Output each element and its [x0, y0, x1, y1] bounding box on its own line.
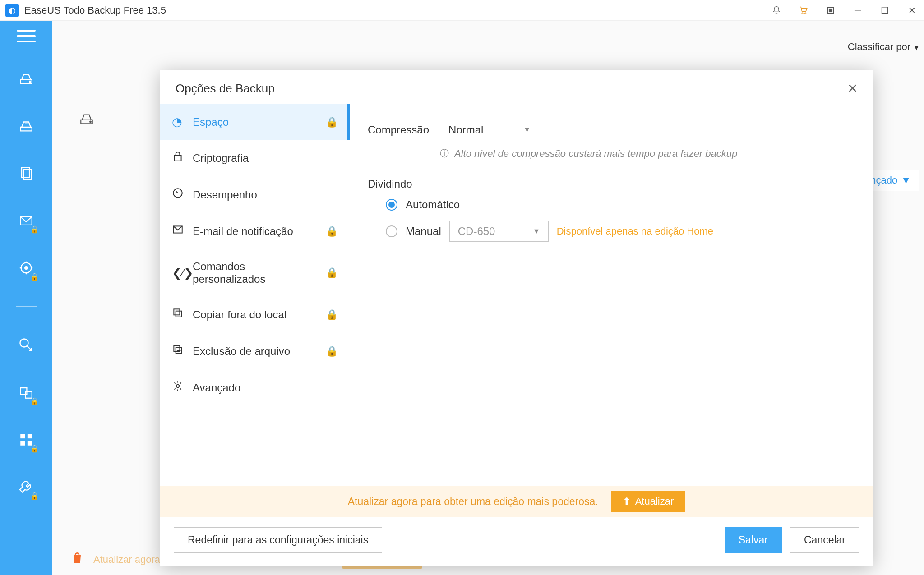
lock-icon: 🔒	[326, 267, 338, 279]
close-button[interactable]: ✕	[905, 5, 919, 16]
bag-icon	[70, 551, 84, 569]
compression-label: Compressão	[368, 124, 429, 136]
lock-icon: 🔒	[30, 397, 39, 405]
close-dialog-button[interactable]: ✕	[847, 81, 858, 96]
clone-icon[interactable]	[15, 334, 37, 356]
option-email[interactable]: E-mail de notificação 🔒	[160, 213, 350, 249]
log-icon[interactable]	[824, 6, 837, 15]
exclude-icon	[172, 344, 185, 359]
svg-point-8	[25, 267, 28, 269]
copy-icon	[172, 307, 185, 322]
main-area: Classificar por▼ Avançado▼ Atualizar ago…	[52, 21, 924, 575]
sort-dropdown[interactable]: Classificar por▼	[848, 41, 919, 53]
upgrade-text: Atualizar agora para obter uma edição ma…	[348, 496, 598, 508]
svg-point-0	[802, 13, 803, 14]
options-content: Compressão Normal ▼ ⓘ Alto nível de comp…	[350, 104, 873, 486]
home-edition-note: Disponível apenas na edição Home	[557, 225, 713, 237]
bell-icon[interactable]	[770, 6, 783, 15]
tools-icon[interactable]: 🔒	[15, 428, 37, 451]
smart-backup-icon[interactable]: 🔒	[15, 257, 37, 279]
info-icon: ⓘ	[440, 147, 449, 160]
svg-rect-3	[829, 9, 832, 12]
radio-manual[interactable]	[386, 225, 397, 237]
svg-rect-12	[20, 434, 25, 438]
lock-outline-icon	[172, 151, 185, 166]
radio-manual-label: Manual	[406, 225, 441, 238]
system-backup-icon[interactable]	[15, 115, 37, 137]
transfer-icon[interactable]: 🔒	[15, 381, 37, 404]
lock-icon: 🔒	[30, 444, 39, 453]
settings-icon[interactable]: 🔒	[15, 476, 37, 498]
option-performance[interactable]: Desempenho	[160, 176, 350, 213]
main-sidebar: 🔒 🔒 🔒 🔒 🔒	[0, 21, 52, 575]
svg-rect-14	[20, 441, 25, 446]
upload-icon: ⬆	[623, 496, 631, 507]
option-exclude[interactable]: Exclusão de arquivo 🔒	[160, 333, 350, 369]
svg-point-16	[90, 121, 91, 123]
svg-rect-13	[27, 434, 32, 438]
option-offsite[interactable]: Copiar fora do local 🔒	[160, 296, 350, 333]
chevron-down-icon: ▼	[913, 44, 919, 51]
disk-backup-icon[interactable]	[15, 67, 37, 90]
minimize-button[interactable]: ─	[851, 5, 864, 15]
menu-icon[interactable]	[17, 30, 36, 42]
app-logo-icon: ◐	[5, 4, 19, 17]
chevron-down-icon: ▼	[533, 227, 540, 235]
lock-icon: 🔒	[30, 225, 39, 234]
lock-icon: 🔒	[326, 345, 338, 357]
manual-size-select[interactable]: CD-650 ▼	[449, 221, 549, 242]
svg-rect-20	[174, 309, 180, 315]
app-title: EaseUS Todo Backup Free 13.5	[24, 5, 166, 16]
save-button[interactable]: Salvar	[725, 527, 782, 553]
svg-point-4	[29, 81, 31, 83]
mail-backup-icon[interactable]: 🔒	[15, 209, 37, 232]
lock-icon: 🔒	[326, 309, 338, 321]
gear-icon	[172, 380, 185, 395]
title-bar: ◐ EaseUS Todo Backup Free 13.5 ─ ☐ ✕	[0, 0, 924, 21]
radio-auto-label: Automático	[406, 198, 460, 211]
compression-select[interactable]: Normal ▼	[440, 120, 539, 140]
svg-rect-17	[174, 156, 181, 161]
options-sidebar: ◔ Espaço 🔒 Criptografia D	[160, 104, 350, 486]
svg-rect-21	[176, 311, 182, 317]
chevron-down-icon: ▼	[523, 126, 531, 134]
option-space[interactable]: ◔ Espaço 🔒	[160, 104, 350, 140]
chevron-down-icon: ▼	[901, 175, 911, 186]
cart-icon[interactable]	[797, 6, 810, 15]
svg-point-1	[805, 13, 806, 14]
maximize-button[interactable]: ☐	[878, 5, 892, 16]
reset-button[interactable]: Redefinir para as configurações iniciais	[174, 527, 382, 553]
radio-auto[interactable]	[386, 199, 397, 211]
svg-point-25	[176, 385, 180, 388]
upgrade-strip: Atualizar agora para obter uma edição ma…	[160, 486, 873, 517]
backup-options-dialog: Opções de Backup ✕ ◔ Espaço 🔒 Criptograf…	[160, 70, 873, 566]
compression-hint: ⓘ Alto nível de compressão custará mais …	[368, 147, 855, 160]
option-advanced[interactable]: Avançado	[160, 369, 350, 406]
gauge-icon	[172, 187, 185, 202]
file-backup-icon[interactable]	[15, 162, 37, 184]
pie-icon: ◔	[172, 115, 185, 129]
lock-icon: 🔒	[30, 492, 39, 500]
option-commands[interactable]: ❮∕❯ Comandos personalizados 🔒	[160, 249, 350, 296]
cancel-button[interactable]: Cancelar	[790, 527, 859, 553]
option-encryption[interactable]: Criptografia	[160, 140, 350, 176]
splitting-label: Dividindo	[368, 178, 855, 190]
mail-icon	[172, 224, 185, 239]
lock-icon: 🔒	[326, 116, 338, 128]
lock-icon: 🔒	[326, 225, 338, 237]
upgrade-button[interactable]: ⬆ Atualizar	[611, 491, 686, 512]
dialog-title: Opções de Backup	[176, 82, 275, 96]
disk-icon	[79, 111, 94, 130]
code-icon: ❮∕❯	[172, 266, 185, 280]
lock-icon: 🔒	[30, 272, 39, 281]
